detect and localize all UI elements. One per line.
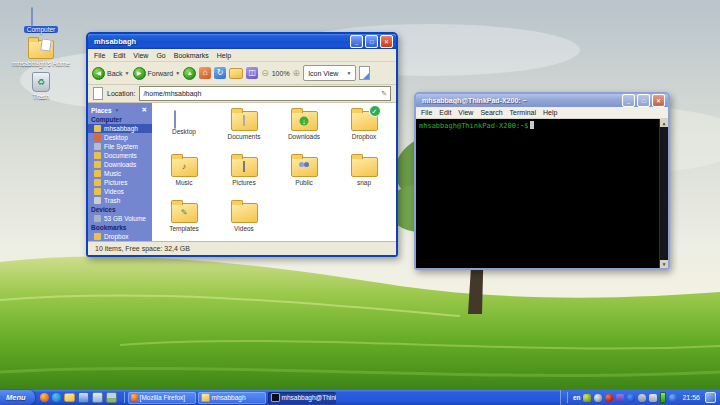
trash-icon: ♻ xyxy=(32,72,50,92)
music-folder-icon: ♪ xyxy=(171,157,198,177)
minimize-button[interactable]: _ xyxy=(350,35,363,48)
edit-path-icon[interactable]: ✎ xyxy=(381,90,387,97)
sidebar-item-documents[interactable]: Documents xyxy=(88,151,152,160)
keyboard-layout-indicator[interactable]: en xyxy=(573,394,581,401)
desktop-icon-label: Computer xyxy=(24,26,59,33)
menu-help[interactable]: Help xyxy=(217,52,231,59)
tray-purple-icon[interactable] xyxy=(616,394,624,402)
close-button[interactable]: ✕ xyxy=(652,94,665,107)
back-dropdown-icon[interactable]: ▼ xyxy=(125,70,130,76)
text-editor-icon[interactable] xyxy=(78,392,89,403)
file-item-music[interactable]: ♪ Music xyxy=(154,157,214,195)
computer-icon xyxy=(31,8,51,25)
open-folder-button[interactable] xyxy=(229,68,243,79)
places-section-header: Computer xyxy=(88,115,152,124)
home-button[interactable]: ⌂ xyxy=(199,67,211,79)
places-selector[interactable]: Places ▼ ✕ xyxy=(88,105,152,115)
file-item-downloads[interactable]: ↓ Downloads xyxy=(274,111,334,149)
image-viewer-icon[interactable] xyxy=(106,392,117,403)
scroll-down-icon[interactable]: ▼ xyxy=(660,260,668,268)
places-section-header: Bookmarks xyxy=(88,223,152,232)
show-desktop-icon[interactable] xyxy=(705,392,716,403)
trash-icon xyxy=(94,197,101,204)
zoom-in-button[interactable]: ⊕ xyxy=(293,69,301,78)
system-tray: en 21:56 xyxy=(560,390,720,405)
sidebar-item-dropbox[interactable]: Dropbox xyxy=(88,232,152,241)
desktop-icon-home[interactable]: mhsabbagh's Home xyxy=(13,40,69,67)
forward-dropdown-icon[interactable]: ▼ xyxy=(175,70,180,76)
tray-gray-icon[interactable] xyxy=(638,394,646,402)
forward-icon: ▶ xyxy=(133,67,146,80)
menu-edit[interactable]: Edit xyxy=(439,109,451,116)
new-window-button[interactable]: ◫ xyxy=(246,67,258,79)
sidebar-item-trash[interactable]: Trash xyxy=(88,196,152,205)
tray-green-icon[interactable] xyxy=(583,394,591,402)
terminal-output[interactable]: mhsabbagh@ThinkPad-X200:~$ ▲ ▼ xyxy=(416,119,668,268)
location-input[interactable] xyxy=(143,88,381,99)
sidebar-item-music[interactable]: Music xyxy=(88,169,152,178)
taskbar-button-firefox[interactable]: [Mozilla Firefox] xyxy=(128,392,196,404)
sidebar-item-desktop[interactable]: Desktop xyxy=(88,133,152,142)
menu-file[interactable]: File xyxy=(421,109,432,116)
menu-bookmarks[interactable]: Bookmarks xyxy=(174,52,209,59)
document-icon[interactable] xyxy=(92,392,103,403)
updater-icon[interactable] xyxy=(594,394,602,402)
file-item-public[interactable]: Public xyxy=(274,157,334,195)
window-title: mhsabbagh xyxy=(94,37,350,46)
terminal-cursor xyxy=(530,121,534,129)
volume-icon[interactable] xyxy=(649,394,657,402)
minimize-button[interactable]: _ xyxy=(622,94,635,107)
videos-folder-icon xyxy=(231,203,258,223)
close-button[interactable]: ✕ xyxy=(380,35,393,48)
desktop-icon-trash[interactable]: ♻ Trash xyxy=(13,72,69,100)
scroll-up-icon[interactable]: ▲ xyxy=(660,119,668,127)
menu-file[interactable]: File xyxy=(94,52,105,59)
new-tab-button[interactable] xyxy=(359,66,370,80)
forward-button[interactable]: ▶ Forward▼ xyxy=(133,67,181,80)
file-item-documents[interactable]: Documents xyxy=(214,111,274,149)
menu-edit[interactable]: Edit xyxy=(113,52,125,59)
telegram-icon[interactable] xyxy=(52,393,61,402)
zoom-out-button[interactable]: ⊖ xyxy=(261,69,269,78)
back-button[interactable]: ◀ Back▼ xyxy=(92,67,130,80)
menu-view[interactable]: View xyxy=(133,52,148,59)
file-item-videos[interactable]: Videos xyxy=(214,203,274,241)
menu-go[interactable]: Go xyxy=(156,52,165,59)
maximize-button[interactable]: □ xyxy=(637,94,650,107)
menu-help[interactable]: Help xyxy=(543,109,557,116)
file-item-templates[interactable]: ✎ Templates xyxy=(154,203,214,241)
taskbar-button-terminal[interactable]: mhsabbagh@ThinkPad... xyxy=(268,392,336,404)
menu-view[interactable]: View xyxy=(458,109,473,116)
taskbar-button-file-manager[interactable]: mhsabbagh xyxy=(198,392,266,404)
file-item-dropbox[interactable]: ✓ Dropbox xyxy=(334,111,394,149)
start-menu-button[interactable]: Menu xyxy=(0,390,35,405)
close-sidepane-icon[interactable]: ✕ xyxy=(142,106,150,114)
sidebar-item-file-system[interactable]: File System xyxy=(88,142,152,151)
menu-search[interactable]: Search xyxy=(480,109,502,116)
up-button[interactable]: ▲ xyxy=(183,67,196,80)
sidebar-item-videos[interactable]: Videos xyxy=(88,187,152,196)
sidebar-item-volume[interactable]: 53 GB Volume xyxy=(88,214,152,223)
desktop-icon-computer[interactable]: Computer xyxy=(13,8,69,33)
sidebar-item-mhsabbagh[interactable]: mhsabbagh xyxy=(88,124,152,133)
terminal-scrollbar[interactable]: ▲ ▼ xyxy=(659,119,668,268)
file-item-pictures[interactable]: Pictures xyxy=(214,157,274,195)
tray-red-status-icon[interactable] xyxy=(605,394,613,402)
bluetooth-icon[interactable] xyxy=(627,394,635,402)
sidebar-item-pictures[interactable]: Pictures xyxy=(88,178,152,187)
firefox-icon[interactable] xyxy=(40,393,49,402)
view-mode-select[interactable]: Icon View▼ xyxy=(303,65,356,81)
file-manager-titlebar[interactable]: mhsabbagh _ □ ✕ xyxy=(88,34,396,49)
network-icon[interactable] xyxy=(669,394,677,402)
file-item-snap[interactable]: snap xyxy=(334,157,394,195)
chevron-down-icon: ▼ xyxy=(115,107,120,113)
file-item-desktop[interactable]: Desktop xyxy=(154,111,214,149)
refresh-button[interactable]: ↻ xyxy=(214,67,226,79)
taskbar-clock[interactable]: 21:56 xyxy=(682,394,700,401)
terminal-titlebar[interactable]: mhsabbagh@ThinkPad-X200: ~ _ □ ✕ xyxy=(416,94,668,107)
battery-icon[interactable] xyxy=(660,392,666,403)
menu-terminal[interactable]: Terminal xyxy=(510,109,536,116)
sidebar-item-downloads[interactable]: Downloads xyxy=(88,160,152,169)
file-manager-icon[interactable] xyxy=(64,393,75,402)
maximize-button[interactable]: □ xyxy=(365,35,378,48)
